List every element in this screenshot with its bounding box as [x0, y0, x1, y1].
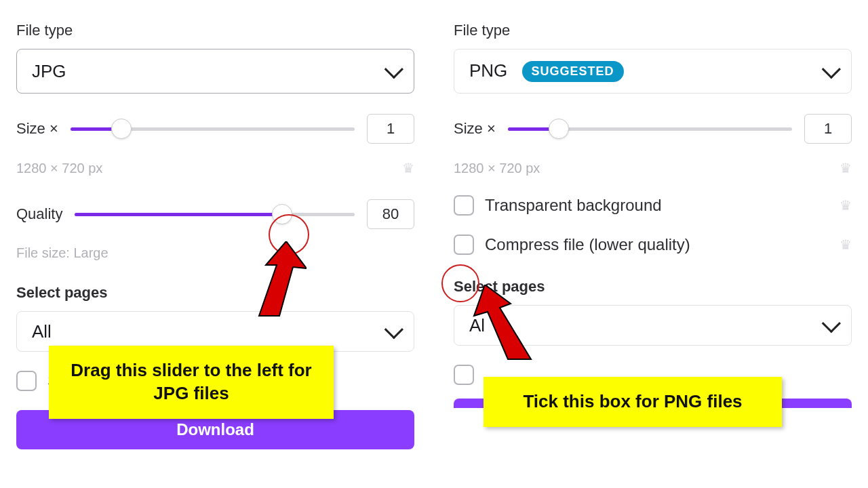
select-pages-value: Al: [469, 315, 485, 336]
select-pages-label: Select pages: [16, 284, 414, 302]
size-value-input[interactable]: 1: [804, 114, 852, 144]
left-panel: File type JPG Size × 1 868 × 488 px ♛ Q…: [0, 0, 431, 488]
size-slider[interactable]: [71, 121, 355, 137]
compress-label: Compress file (lower quality): [485, 235, 690, 254]
file-type-value: JPG: [32, 61, 66, 82]
quality-slider[interactable]: [75, 206, 355, 222]
file-type-label: File type: [16, 22, 414, 39]
suggested-badge: SUGGESTED: [522, 61, 624, 82]
select-pages-value: All: [32, 321, 52, 342]
file-type-label: File type: [454, 22, 852, 39]
crown-icon: ♛: [840, 237, 852, 253]
crown-icon: ♛: [840, 197, 852, 214]
right-panel: File type PNG SUGGESTED Size × 1 1280 × …: [431, 0, 868, 488]
callout-png: Tick this box for PNG files: [484, 377, 782, 427]
compress-checkbox[interactable]: [454, 235, 474, 255]
dimensions-text: 868 × 488 px: [454, 161, 540, 176]
chevron-down-icon: [822, 314, 841, 333]
quality-label: Quality: [16, 205, 62, 223]
size-label: Size ×: [454, 120, 496, 138]
transparent-checkbox[interactable]: [454, 195, 474, 216]
dimensions-text: 868 × 488 px: [16, 161, 102, 176]
checkbox-extra[interactable]: [16, 371, 37, 391]
file-type-select[interactable]: JPG: [16, 49, 414, 94]
crown-icon: ♛: [402, 160, 414, 176]
chevron-down-icon: [384, 320, 403, 339]
chevron-down-icon: [822, 60, 841, 79]
crown-icon: ♛: [840, 160, 852, 176]
size-slider[interactable]: [508, 121, 792, 137]
file-type-value: PNG SUGGESTED: [469, 60, 624, 83]
quality-value-input[interactable]: 80: [367, 199, 414, 229]
select-pages-label: Select pages: [454, 278, 852, 296]
checkbox-extra[interactable]: [454, 365, 474, 385]
callout-jpg: Drag this slider to the left for JPG fil…: [49, 346, 334, 419]
chevron-down-icon: [384, 60, 403, 79]
select-pages-dropdown[interactable]: Al: [454, 305, 852, 346]
file-size-hint: File size: Large: [16, 245, 108, 261]
file-type-select[interactable]: PNG SUGGESTED: [454, 49, 852, 94]
size-label: Size ×: [16, 120, 58, 138]
size-value-input[interactable]: 1: [367, 114, 414, 144]
transparent-label: Transparent background: [485, 196, 662, 215]
